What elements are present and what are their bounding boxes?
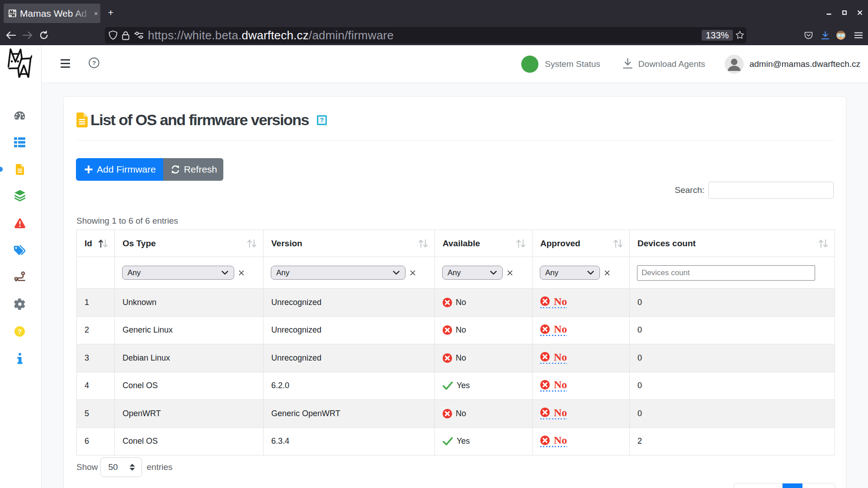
circle-x-icon: [540, 352, 550, 361]
cell-id: 3: [77, 344, 115, 372]
sidebar-item-layers[interactable]: [14, 190, 26, 202]
page: ? ? System Status Download Agents: [0, 45, 868, 488]
column-header-version[interactable]: Version: [264, 230, 435, 257]
approved-toggle[interactable]: No: [540, 380, 567, 392]
user-avatar[interactable]: [725, 55, 744, 74]
circle-x-icon: [443, 325, 452, 335]
cell-approved: No: [533, 400, 630, 428]
pagination-next[interactable]: Next: [802, 483, 835, 488]
devices-count-filter-input[interactable]: [637, 265, 815, 281]
search-input[interactable]: [708, 182, 834, 199]
sidebar: ?: [0, 45, 42, 488]
bookmark-star-icon[interactable]: [735, 30, 745, 42]
cell-approved: No: [533, 372, 630, 400]
cell-devices-count: 0: [630, 372, 835, 400]
svg-text:?: ?: [92, 60, 96, 66]
title-help-icon[interactable]: ?: [317, 115, 327, 125]
os-type-filter-select[interactable]: Any: [122, 266, 234, 280]
refresh-button[interactable]: Refresh: [163, 158, 224, 181]
pagination-previous[interactable]: Previous: [734, 483, 783, 488]
available-filter-select[interactable]: Any: [442, 266, 503, 280]
table-row[interactable]: 3 Debian Linux Unrecognized No No 0: [77, 344, 835, 372]
table-row[interactable]: 2 Generic Linux Unrecognized No No 0: [77, 316, 835, 344]
permissions-icon: [134, 32, 144, 39]
approved-toggle[interactable]: No: [540, 296, 567, 308]
approved-toggle[interactable]: No: [540, 324, 567, 336]
user-email[interactable]: admin@mamas.dwarftech.cz: [750, 59, 860, 69]
content-card: List of OS and firmware versions ? Add F…: [63, 96, 846, 488]
zoom-level-badge[interactable]: 133%: [702, 30, 733, 41]
cell-version: 6.3.4: [264, 427, 435, 455]
cell-os-type: Unknown: [115, 289, 264, 317]
approved-toggle[interactable]: No: [540, 352, 567, 364]
column-header-os-type[interactable]: Os Type: [115, 230, 264, 257]
download-agents-link[interactable]: Download Agents: [638, 59, 705, 69]
table-row[interactable]: 1 Unknown Unrecognized No No 0: [77, 289, 835, 317]
search-row: Search:: [675, 182, 834, 199]
gear-icon: [14, 298, 26, 310]
filter-cell-version: Any: [264, 257, 435, 289]
circle-x-icon: [540, 380, 550, 389]
cell-approved: No: [533, 289, 630, 317]
sidebar-item-list[interactable]: [14, 136, 26, 148]
table-row[interactable]: 4 Conel OS 6.2.0 Yes No 0: [77, 372, 835, 400]
table-row[interactable]: 5 OpenWRT Generic OpenWRT No No 0: [77, 400, 835, 428]
table-row[interactable]: 6 Conel OS 6.3.4 Yes No 2: [77, 427, 835, 455]
clear-filter-icon[interactable]: [604, 270, 610, 276]
column-header-devices-count[interactable]: Devices count: [630, 230, 835, 257]
sort-icon: [516, 239, 526, 248]
pagination-page-1[interactable]: 1: [783, 483, 802, 488]
url-bar[interactable]: https://white.beta.dwarftech.cz/admin/fi…: [105, 27, 746, 43]
cell-available: Yes: [435, 372, 533, 400]
column-header-id[interactable]: Id: [77, 230, 115, 257]
sidebar-item-firmware[interactable]: [14, 163, 26, 175]
approved-toggle[interactable]: No: [540, 408, 567, 419]
back-button[interactable]: [5, 25, 17, 45]
help-icon[interactable]: ?: [89, 57, 99, 68]
active-page-indicator: [0, 167, 3, 172]
window-restore-button[interactable]: [842, 0, 847, 25]
cell-version: Unrecognized: [264, 289, 435, 317]
check-icon: [443, 437, 453, 446]
sidebar-item-info[interactable]: [14, 352, 26, 365]
browser-tab[interactable]: Mamas Web Ad ×: [4, 4, 100, 23]
clear-filter-icon[interactable]: [238, 270, 245, 276]
extension-icon[interactable]: [835, 25, 847, 45]
cell-os-type: Conel OS: [115, 427, 264, 455]
sidebar-item-dashboard[interactable]: [14, 109, 26, 121]
app-logo[interactable]: [8, 48, 32, 80]
browser-menu-icon[interactable]: [852, 25, 865, 45]
clear-filter-icon[interactable]: [410, 270, 416, 276]
tab-close-icon[interactable]: ×: [92, 9, 100, 18]
circle-x-icon: [540, 296, 550, 306]
cell-version: 6.2.0: [264, 372, 435, 400]
sidebar-toggle-icon[interactable]: [61, 59, 70, 68]
forward-button[interactable]: [21, 25, 34, 45]
column-header-approved[interactable]: Approved: [533, 230, 630, 257]
new-tab-button[interactable]: +: [105, 7, 117, 19]
pocket-icon[interactable]: [802, 25, 814, 45]
add-firmware-button[interactable]: Add Firmware: [76, 158, 163, 181]
window-close-button[interactable]: [857, 0, 863, 25]
column-header-available[interactable]: Available: [435, 230, 533, 257]
system-status-link[interactable]: System Status: [545, 59, 600, 69]
sidebar-item-route[interactable]: [14, 271, 26, 283]
shield-icon: [108, 30, 118, 40]
download-agents-icon: [623, 58, 633, 71]
sidebar-item-tags[interactable]: [14, 244, 26, 256]
sidebar-item-help[interactable]: ?: [14, 325, 26, 338]
page-length-select[interactable]: 50: [100, 457, 142, 477]
sidebar-item-settings[interactable]: [14, 298, 26, 310]
downloads-icon[interactable]: [819, 25, 831, 45]
approved-filter-select[interactable]: Any: [540, 266, 600, 280]
clear-filter-icon[interactable]: [507, 270, 513, 276]
plus-icon: [84, 165, 93, 174]
title-row: List of OS and firmware versions ?: [76, 111, 327, 129]
circle-x-icon: [443, 353, 452, 363]
approved-toggle[interactable]: No: [540, 436, 567, 447]
sidebar-item-alerts[interactable]: [14, 217, 26, 229]
version-filter-select[interactable]: Any: [271, 266, 406, 280]
window-minimize-button[interactable]: [826, 0, 831, 25]
sort-icon: [98, 239, 108, 248]
reload-button[interactable]: [38, 25, 50, 45]
